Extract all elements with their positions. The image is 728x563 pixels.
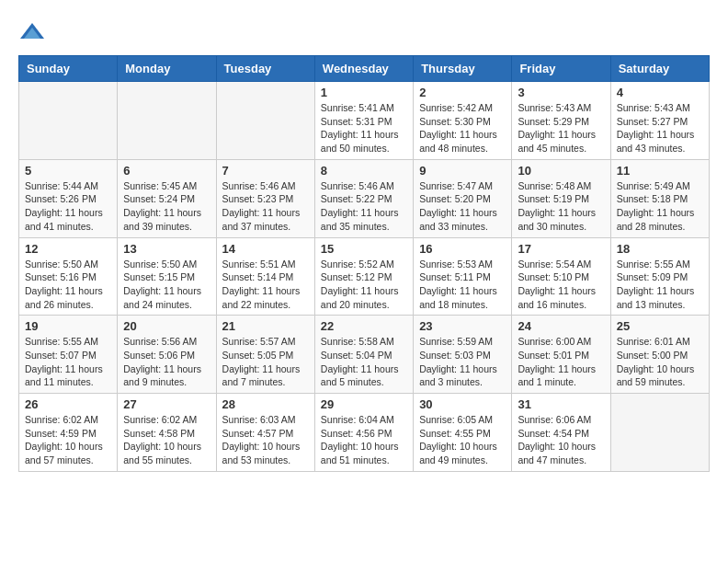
day-number: 13 [123, 242, 210, 256]
day-number: 19 [25, 319, 111, 333]
day-cell: 1Sunrise: 5:41 AM Sunset: 5:31 PM Daylig… [314, 82, 413, 160]
day-info: Sunrise: 5:54 AM Sunset: 5:10 PM Dayligh… [518, 258, 604, 312]
day-cell: 11Sunrise: 5:49 AM Sunset: 5:18 PM Dayli… [610, 159, 709, 237]
week-row-3: 12Sunrise: 5:50 AM Sunset: 5:16 PM Dayli… [19, 237, 710, 316]
day-number: 10 [518, 164, 604, 178]
day-info: Sunrise: 6:03 AM Sunset: 4:57 PM Dayligh… [222, 413, 309, 467]
day-info: Sunrise: 5:51 AM Sunset: 5:14 PM Dayligh… [222, 258, 309, 312]
day-info: Sunrise: 6:04 AM Sunset: 4:56 PM Dayligh… [321, 413, 407, 467]
page-header [18, 18, 710, 46]
day-cell: 3Sunrise: 5:43 AM Sunset: 5:29 PM Daylig… [512, 82, 610, 160]
day-number: 27 [123, 397, 210, 411]
day-cell: 27Sunrise: 6:02 AM Sunset: 4:58 PM Dayli… [118, 394, 216, 472]
day-info: Sunrise: 5:49 AM Sunset: 5:18 PM Dayligh… [617, 179, 703, 234]
day-info: Sunrise: 5:57 AM Sunset: 5:05 PM Dayligh… [222, 335, 309, 389]
day-cell: 15Sunrise: 5:52 AM Sunset: 5:12 PM Dayli… [314, 237, 413, 316]
day-info: Sunrise: 5:41 AM Sunset: 5:31 PM Dayligh… [321, 101, 407, 155]
day-info: Sunrise: 6:06 AM Sunset: 4:54 PM Dayligh… [518, 413, 604, 467]
day-info: Sunrise: 5:59 AM Sunset: 5:03 PM Dayligh… [419, 335, 506, 389]
day-info: Sunrise: 5:50 AM Sunset: 5:15 PM Dayligh… [123, 258, 210, 312]
day-cell: 23Sunrise: 5:59 AM Sunset: 5:03 PM Dayli… [414, 316, 512, 394]
week-row-2: 5Sunrise: 5:44 AM Sunset: 5:26 PM Daylig… [19, 159, 710, 237]
day-cell: 28Sunrise: 6:03 AM Sunset: 4:57 PM Dayli… [216, 394, 314, 472]
day-cell: 12Sunrise: 5:50 AM Sunset: 5:16 PM Dayli… [19, 237, 118, 316]
day-cell: 9Sunrise: 5:47 AM Sunset: 5:20 PM Daylig… [414, 159, 512, 237]
week-row-4: 19Sunrise: 5:55 AM Sunset: 5:07 PM Dayli… [19, 316, 710, 394]
day-info: Sunrise: 5:53 AM Sunset: 5:11 PM Dayligh… [419, 258, 506, 312]
day-info: Sunrise: 5:52 AM Sunset: 5:12 PM Dayligh… [321, 258, 407, 312]
day-cell: 31Sunrise: 6:06 AM Sunset: 4:54 PM Dayli… [512, 394, 610, 472]
weekday-header-friday: Friday [512, 56, 610, 82]
day-number: 14 [222, 242, 309, 256]
day-cell: 4Sunrise: 5:43 AM Sunset: 5:27 PM Daylig… [610, 82, 709, 160]
day-info: Sunrise: 5:44 AM Sunset: 5:26 PM Dayligh… [25, 179, 111, 234]
day-info: Sunrise: 5:46 AM Sunset: 5:23 PM Dayligh… [222, 179, 309, 234]
day-number: 6 [123, 164, 210, 178]
day-cell: 21Sunrise: 5:57 AM Sunset: 5:05 PM Dayli… [216, 316, 314, 394]
day-cell: 14Sunrise: 5:51 AM Sunset: 5:14 PM Dayli… [216, 237, 314, 316]
weekday-header-sunday: Sunday [19, 56, 118, 82]
day-cell: 6Sunrise: 5:45 AM Sunset: 5:24 PM Daylig… [118, 159, 216, 237]
week-row-5: 26Sunrise: 6:02 AM Sunset: 4:59 PM Dayli… [19, 394, 710, 472]
day-number: 31 [518, 397, 604, 411]
day-info: Sunrise: 5:48 AM Sunset: 5:19 PM Dayligh… [518, 179, 604, 234]
day-number: 9 [419, 164, 506, 178]
day-number: 18 [617, 242, 703, 256]
day-info: Sunrise: 5:42 AM Sunset: 5:30 PM Dayligh… [419, 101, 506, 155]
day-cell [19, 82, 118, 160]
day-cell: 13Sunrise: 5:50 AM Sunset: 5:15 PM Dayli… [118, 237, 216, 316]
day-info: Sunrise: 5:50 AM Sunset: 5:16 PM Dayligh… [25, 258, 111, 312]
logo [18, 18, 50, 46]
weekday-header-thursday: Thursday [414, 56, 512, 82]
day-number: 22 [321, 319, 407, 333]
day-number: 24 [518, 319, 604, 333]
day-cell: 18Sunrise: 5:55 AM Sunset: 5:09 PM Dayli… [610, 237, 709, 316]
day-info: Sunrise: 5:58 AM Sunset: 5:04 PM Dayligh… [321, 335, 407, 389]
day-number: 3 [518, 86, 604, 99]
day-number: 28 [222, 397, 309, 411]
day-number: 1 [321, 86, 407, 99]
day-cell: 7Sunrise: 5:46 AM Sunset: 5:23 PM Daylig… [216, 159, 314, 237]
day-number: 11 [617, 164, 703, 178]
weekday-header-saturday: Saturday [610, 56, 709, 82]
day-cell: 16Sunrise: 5:53 AM Sunset: 5:11 PM Dayli… [414, 237, 512, 316]
day-info: Sunrise: 5:55 AM Sunset: 5:09 PM Dayligh… [617, 258, 703, 312]
day-info: Sunrise: 6:05 AM Sunset: 4:55 PM Dayligh… [419, 413, 506, 467]
day-info: Sunrise: 5:45 AM Sunset: 5:24 PM Dayligh… [123, 179, 210, 234]
day-info: Sunrise: 6:01 AM Sunset: 5:00 PM Dayligh… [617, 335, 703, 389]
weekday-header-row: SundayMondayTuesdayWednesdayThursdayFrid… [19, 56, 710, 82]
day-number: 23 [419, 319, 506, 333]
day-number: 2 [419, 86, 506, 99]
day-info: Sunrise: 5:46 AM Sunset: 5:22 PM Dayligh… [321, 179, 407, 234]
day-info: Sunrise: 5:47 AM Sunset: 5:20 PM Dayligh… [419, 179, 506, 234]
day-cell: 22Sunrise: 5:58 AM Sunset: 5:04 PM Dayli… [314, 316, 413, 394]
day-cell: 17Sunrise: 5:54 AM Sunset: 5:10 PM Dayli… [512, 237, 610, 316]
logo-icon [18, 18, 46, 46]
day-number: 30 [419, 397, 506, 411]
day-number: 4 [617, 86, 703, 99]
calendar: SundayMondayTuesdayWednesdayThursdayFrid… [18, 55, 710, 472]
day-cell [216, 82, 314, 160]
day-number: 5 [25, 164, 111, 178]
day-number: 12 [25, 242, 111, 256]
day-cell: 20Sunrise: 5:56 AM Sunset: 5:06 PM Dayli… [118, 316, 216, 394]
day-info: Sunrise: 5:55 AM Sunset: 5:07 PM Dayligh… [25, 335, 111, 389]
day-number: 26 [25, 397, 111, 411]
day-info: Sunrise: 6:02 AM Sunset: 4:58 PM Dayligh… [123, 413, 210, 467]
day-number: 17 [518, 242, 604, 256]
day-cell: 10Sunrise: 5:48 AM Sunset: 5:19 PM Dayli… [512, 159, 610, 237]
weekday-header-monday: Monday [118, 56, 216, 82]
day-info: Sunrise: 6:00 AM Sunset: 5:01 PM Dayligh… [518, 335, 604, 389]
day-cell: 2Sunrise: 5:42 AM Sunset: 5:30 PM Daylig… [414, 82, 512, 160]
day-cell: 8Sunrise: 5:46 AM Sunset: 5:22 PM Daylig… [314, 159, 413, 237]
day-number: 21 [222, 319, 309, 333]
day-cell: 30Sunrise: 6:05 AM Sunset: 4:55 PM Dayli… [414, 394, 512, 472]
day-number: 25 [617, 319, 703, 333]
day-number: 16 [419, 242, 506, 256]
day-cell: 26Sunrise: 6:02 AM Sunset: 4:59 PM Dayli… [19, 394, 118, 472]
day-number: 8 [321, 164, 407, 178]
weekday-header-wednesday: Wednesday [314, 56, 413, 82]
day-cell: 24Sunrise: 6:00 AM Sunset: 5:01 PM Dayli… [512, 316, 610, 394]
day-cell [118, 82, 216, 160]
day-cell [610, 394, 709, 472]
